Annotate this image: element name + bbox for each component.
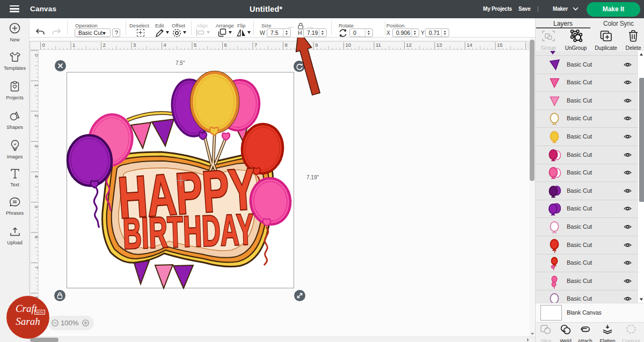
svg-text:11: 11 (376, 42, 381, 48)
svg-text:10: 10 (346, 42, 352, 48)
svg-text:14: 14 (467, 42, 473, 48)
svg-text:8: 8 (285, 42, 288, 48)
svg-text:15: 15 (497, 42, 503, 48)
svg-text:BIRTHDAY: BIRTHDAY (122, 205, 255, 258)
svg-text:2: 2 (103, 42, 106, 48)
svg-text:5: 5 (194, 42, 196, 48)
svg-text:0: 0 (42, 42, 45, 48)
svg-text:12: 12 (406, 42, 412, 48)
svg-text:13: 13 (436, 42, 442, 48)
svg-text:1: 1 (72, 42, 75, 48)
svg-text:16: 16 (528, 42, 529, 48)
svg-text:6: 6 (224, 42, 227, 48)
svg-text:7: 7 (254, 42, 257, 48)
svg-text:3: 3 (133, 42, 136, 48)
svg-text:4: 4 (164, 42, 166, 48)
